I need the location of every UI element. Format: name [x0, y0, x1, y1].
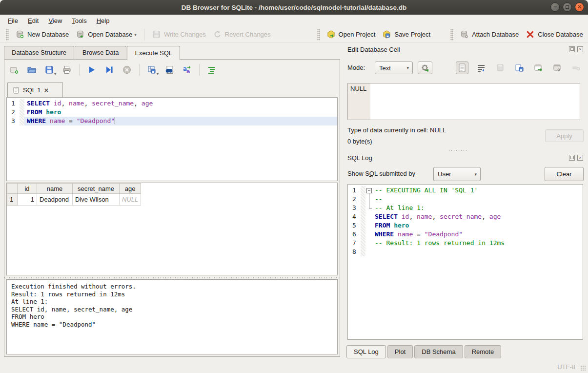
menu-help[interactable]: Help	[92, 16, 115, 26]
code-line: 4SELECT id, name, secret_name, age	[348, 212, 583, 221]
execute-all-button[interactable]	[86, 64, 98, 76]
save-results-button[interactable]: ▾	[146, 64, 158, 76]
open-project-button[interactable]: Open Project	[323, 28, 379, 41]
clear-log-button[interactable]: Clear	[545, 167, 584, 181]
results-header-secret[interactable]: secret_name	[73, 184, 120, 194]
text-mode-icon[interactable]	[456, 62, 468, 74]
sql-file-icon	[13, 87, 20, 94]
cell-secret-name[interactable]: Dive Wilson	[73, 194, 120, 206]
menu-tools[interactable]: Tools	[67, 16, 91, 26]
close-sql-tab-icon[interactable]: ×	[44, 86, 48, 94]
new-database-button[interactable]: New Database	[12, 28, 72, 41]
maximize-button[interactable]	[563, 2, 572, 12]
code-text	[372, 248, 583, 256]
code-text: FROM hero	[24, 108, 337, 117]
menu-file[interactable]: File	[3, 16, 23, 26]
cell-value-editor[interactable]: NULL	[347, 83, 580, 120]
cell-type-info: Type of data currently in cell: NULL	[347, 126, 446, 134]
save-sql-file-button[interactable]: ▾	[43, 64, 55, 76]
execute-current-line-icon	[104, 65, 114, 75]
results-header-age[interactable]: age	[120, 184, 141, 194]
line-number: 3	[348, 204, 361, 212]
horizontal-splitter[interactable]	[4, 276, 340, 279]
format-sql-icon	[207, 65, 217, 75]
save-results-dropdown[interactable]: ▾	[157, 72, 159, 76]
sql-log-filter-select[interactable]: User ▾	[433, 167, 481, 181]
execute-current-line-button[interactable]	[103, 64, 115, 76]
sql-log-filter-label: Show SQL submitted by	[347, 170, 415, 177]
dock-tab-remote[interactable]: Remote	[465, 345, 502, 358]
titlebar[interactable]: DB Browser for SQLite - /home/user/code/…	[0, 0, 588, 15]
word-wrap-button[interactable]: a a	[181, 64, 193, 76]
results-header-id[interactable]: id	[18, 184, 37, 194]
editor-margin	[361, 230, 365, 239]
close-button[interactable]: ×	[575, 2, 584, 12]
code-line: 8	[348, 248, 583, 256]
format-sql-button[interactable]	[206, 64, 218, 76]
toolbar-grip[interactable]	[6, 29, 9, 41]
dock-tabbar: SQL Log Plot DB Schema Remote	[346, 345, 501, 358]
dock-float-icon[interactable]	[569, 46, 575, 52]
dock-close-icon[interactable]: ×	[577, 155, 583, 161]
fold-marker[interactable]	[365, 186, 372, 195]
word-wrap-icon[interactable]	[475, 62, 487, 74]
code-line: 6WHERE name = "Deadpond"	[348, 230, 583, 239]
new-sql-tab-button[interactable]	[8, 64, 20, 76]
code-line: 2FROM hero	[7, 108, 337, 117]
table-row[interactable]: 1 1 Deadpond Dive Wilson NULL	[7, 194, 141, 206]
export-cell-icon[interactable]	[513, 62, 526, 74]
chevron-down-icon: ▾	[406, 65, 409, 70]
dock-tab-db-schema[interactable]: DB Schema	[414, 345, 463, 358]
sql-file-tab[interactable]: SQL 1 ×	[7, 82, 63, 98]
open-in-app-icon[interactable]	[532, 62, 545, 74]
mode-select[interactable]: Text ▾	[375, 62, 413, 74]
dock-float-icon[interactable]	[569, 155, 575, 161]
line-number: 3	[7, 117, 20, 125]
encoding-indicator[interactable]: UTF-8	[557, 363, 575, 371]
dock-tab-plot[interactable]: Plot	[387, 345, 413, 358]
cell-id[interactable]: 1	[18, 194, 37, 206]
statusbar: UTF-8	[0, 361, 588, 373]
results-grid[interactable]: id name secret_name age 1 1 Deadpond Div…	[6, 183, 338, 275]
mode-select-value: Text	[379, 64, 391, 72]
open-database-button[interactable]: Open Database ▾	[72, 28, 140, 41]
edit-cell-title: Edit Database Cell	[347, 46, 400, 53]
save-sql-dropdown[interactable]: ▾	[54, 72, 56, 76]
close-database-button[interactable]: Close Database	[522, 28, 587, 41]
code-text: SELECT id, name, secret_name, age	[24, 99, 337, 108]
menu-view[interactable]: View	[43, 16, 67, 26]
tab-execute-sql[interactable]: Execute SQL	[127, 46, 180, 60]
toolbar-grip[interactable]	[317, 29, 320, 41]
editor-margin	[361, 239, 365, 248]
tab-database-structure[interactable]: Database Structure	[4, 46, 74, 59]
fold-marker	[365, 195, 372, 204]
line-number: 1	[348, 186, 361, 195]
open-sql-file-button[interactable]	[26, 64, 38, 76]
results-header-name[interactable]: name	[37, 184, 73, 194]
menu-edit[interactable]: Edit	[23, 16, 43, 26]
editor-margin	[361, 186, 365, 195]
cell-name[interactable]: Deadpond	[37, 194, 73, 206]
auto-switch-mode-button[interactable]	[418, 62, 432, 74]
results-corner-header[interactable]	[7, 184, 18, 194]
editor-margin	[361, 221, 365, 230]
print-sql-button[interactable]	[61, 64, 73, 76]
minimize-button[interactable]: −	[550, 2, 560, 12]
resize-grip[interactable]	[580, 365, 587, 372]
toolbar-grip[interactable]	[450, 29, 453, 41]
toolbar-separator	[79, 64, 80, 76]
sql-editor[interactable]: 1SELECT id, name, secret_name, age2FROM …	[6, 97, 338, 181]
link-window-icon[interactable]	[551, 62, 564, 74]
find-replace-button[interactable]	[163, 64, 175, 76]
sql-log-view[interactable]: 1-- EXECUTING ALL IN 'SQL 1'2--3-- At li…	[347, 184, 583, 340]
dock-close-icon[interactable]: ×	[577, 46, 583, 52]
dock-tab-sql-log[interactable]: SQL Log	[346, 345, 386, 358]
svg-text:a: a	[186, 68, 190, 75]
save-project-button[interactable]: Save Project	[379, 28, 434, 41]
sql-log-filter-value: User	[438, 170, 451, 178]
attach-database-button[interactable]: Attach Database	[456, 28, 522, 41]
open-database-dropdown[interactable]: ▾	[134, 32, 137, 37]
tab-browse-data[interactable]: Browse Data	[75, 46, 126, 59]
cell-age[interactable]: NULL	[120, 194, 141, 206]
dock-splitter[interactable]	[448, 149, 467, 151]
